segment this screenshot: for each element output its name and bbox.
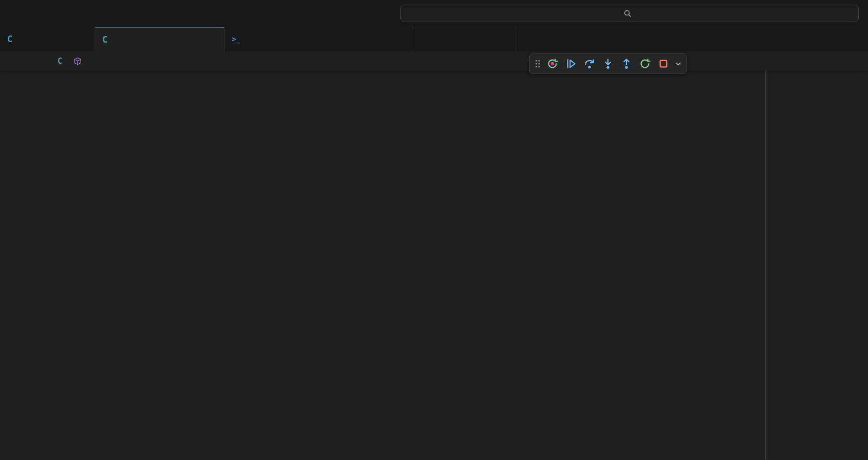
vscode-window: C C >_ C [0, 0, 868, 460]
debug-continue-button[interactable] [563, 56, 579, 72]
tab-stm32-boot-xip-c[interactable]: C [95, 27, 225, 51]
tab-readme-md[interactable] [414, 27, 515, 51]
debug-reset-button[interactable] [544, 56, 561, 72]
breadcrumb-item-symbol[interactable] [73, 57, 85, 65]
tab-main-c[interactable]: C [0, 27, 95, 51]
title-bar [0, 0, 868, 27]
breadcrumb: C [0, 51, 868, 71]
debug-stop-button[interactable] [655, 56, 672, 72]
c-file-icon: C [7, 34, 12, 44]
c-file-icon: C [102, 34, 107, 45]
powershell-icon: >_ [232, 35, 239, 43]
forward-button[interactable] [376, 6, 392, 21]
debug-restart-button[interactable] [637, 56, 653, 72]
breadcrumb-item-file[interactable]: C [58, 57, 65, 66]
debug-step-over-button[interactable] [581, 56, 598, 72]
tab-strip: C C >_ [0, 27, 868, 51]
debug-more-options-button[interactable] [674, 56, 683, 72]
symbol-cube-icon [73, 57, 82, 65]
debug-step-into-button[interactable] [600, 56, 616, 72]
command-center-search[interactable] [400, 5, 859, 22]
tab-powershell-profile[interactable]: >_ [225, 27, 414, 51]
debug-step-out-button[interactable] [618, 56, 635, 72]
toolbar-gripper[interactable] [533, 56, 542, 72]
debug-toolbar [529, 53, 687, 74]
search-icon [623, 9, 632, 18]
back-button[interactable] [357, 6, 372, 21]
editor-ruler-line [765, 71, 766, 460]
c-file-icon: C [58, 57, 62, 66]
